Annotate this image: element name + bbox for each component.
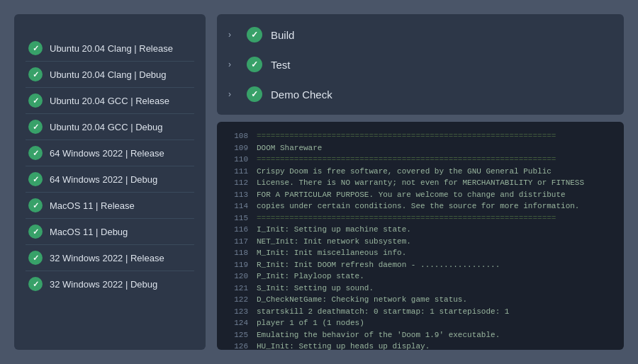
log-line: 117NET_Init: Init network subsystem. xyxy=(228,236,612,248)
log-line-text: ========================================… xyxy=(257,154,556,166)
log-line: 112License. There is NO warranty; not ev… xyxy=(228,177,612,189)
job-item-1[interactable]: Ubuntu 20.04 Clang | Release xyxy=(26,35,194,62)
log-line: 109 DOOM Shareware xyxy=(228,142,612,154)
log-line-text: player 1 of 1 (1 nodes) xyxy=(257,317,364,329)
job-label-10: 32 Windows 2022 | Debug xyxy=(50,279,157,290)
job-item-2[interactable]: Ubuntu 20.04 Clang | Debug xyxy=(26,62,194,88)
log-line-number: 113 xyxy=(228,189,248,201)
job-status-icon-1 xyxy=(28,41,43,55)
log-line-number: 117 xyxy=(228,236,248,248)
log-line-text: Crispy Doom is free software, covered by… xyxy=(257,166,552,178)
log-line-number: 121 xyxy=(228,283,248,295)
log-line-text: P_Init: Playloop state. xyxy=(257,271,364,283)
log-line-text: S_Init: Setting up sound. xyxy=(257,283,374,295)
log-line-text: M_Init: Init miscellaneous info. xyxy=(257,247,406,259)
job-item-9[interactable]: 32 Windows 2022 | Release xyxy=(26,245,194,271)
log-panel: 108=====================================… xyxy=(217,122,624,350)
log-line-text: HU_Init: Setting up heads up display. xyxy=(257,341,430,350)
log-line: 118M_Init: Init miscellaneous info. xyxy=(228,247,612,259)
log-line: 125Emulating the behavior of the 'Doom 1… xyxy=(228,329,612,341)
chevron-right-icon-3: › xyxy=(228,89,238,99)
job-status-icon-4 xyxy=(28,120,43,134)
log-line: 121S_Init: Setting up sound. xyxy=(228,283,612,295)
log-line-text: D_CheckNetGame: Checking network game st… xyxy=(257,294,467,306)
log-line-number: 110 xyxy=(228,154,248,166)
log-line-number: 124 xyxy=(228,317,248,329)
log-line-text: DOOM Shareware xyxy=(257,142,322,154)
job-status-icon-3 xyxy=(28,93,43,108)
build-label-1: Build xyxy=(271,29,294,41)
log-line-number: 108 xyxy=(228,130,248,142)
job-item-4[interactable]: Ubuntu 20.04 GCC | Debug xyxy=(26,114,194,140)
log-line: 110=====================================… xyxy=(228,154,612,166)
build-list: ›Build›Test›Demo Check xyxy=(217,20,624,109)
build-panel: ›Build›Test›Demo Check xyxy=(217,14,624,115)
job-item-8[interactable]: MacOS 11 | Debug xyxy=(26,219,194,245)
build-status-icon-3 xyxy=(247,86,262,102)
log-line-text: ========================================… xyxy=(257,130,556,142)
job-label-2: Ubuntu 20.04 Clang | Debug xyxy=(50,69,167,80)
job-label-6: 64 Windows 2022 | Debug xyxy=(50,174,157,185)
log-line-text: copies under certain conditions. See the… xyxy=(257,200,579,212)
job-label-7: MacOS 11 | Release xyxy=(50,200,135,211)
log-line-number: 115 xyxy=(228,212,248,224)
log-line: 116I_Init: Setting up machine state. xyxy=(228,224,612,236)
log-line-text: I_Init: Setting up machine state. xyxy=(257,224,411,236)
job-item-5[interactable]: 64 Windows 2022 | Release xyxy=(26,140,194,166)
log-line-number: 126 xyxy=(228,341,248,350)
log-line: 115=====================================… xyxy=(228,212,612,224)
log-line-number: 111 xyxy=(228,166,248,178)
log-line: 111Crispy Doom is free software, covered… xyxy=(228,166,612,178)
log-line-text: R_Init: Init DOOM refresh daemon - .....… xyxy=(257,259,500,271)
job-status-icon-10 xyxy=(28,277,43,291)
job-status-icon-5 xyxy=(28,146,43,160)
log-line-number: 109 xyxy=(228,142,248,154)
log-line: 120P_Init: Playloop state. xyxy=(228,271,612,283)
chevron-right-icon-2: › xyxy=(228,59,238,69)
job-item-10[interactable]: 32 Windows 2022 | Debug xyxy=(26,271,194,297)
log-line-text: Emulating the behavior of the 'Doom 1.9'… xyxy=(257,329,500,341)
chevron-right-icon-1: › xyxy=(228,30,238,40)
log-line-number: 116 xyxy=(228,224,248,236)
build-item-1[interactable]: ›Build xyxy=(217,20,624,50)
build-status-icon-2 xyxy=(247,57,262,72)
log-line: 114copies under certain conditions. See … xyxy=(228,200,612,212)
log-lines: 108=====================================… xyxy=(228,130,612,350)
build-status-icon-1 xyxy=(247,27,262,42)
job-label-5: 64 Windows 2022 | Release xyxy=(50,148,164,159)
log-line-number: 122 xyxy=(228,294,248,306)
log-line: 108=====================================… xyxy=(228,130,612,142)
log-line-text: License. There is NO warranty; not even … xyxy=(257,177,584,189)
jobs-list: Ubuntu 20.04 Clang | ReleaseUbuntu 20.04… xyxy=(26,35,194,297)
job-status-icon-2 xyxy=(28,67,43,81)
jobs-panel: Ubuntu 20.04 Clang | ReleaseUbuntu 20.04… xyxy=(14,14,206,350)
log-line: 126HU_Init: Setting up heads up display. xyxy=(228,341,612,350)
log-line-number: 114 xyxy=(228,200,248,212)
right-panel: ›Build›Test›Demo Check 108==============… xyxy=(217,14,624,350)
log-line-number: 125 xyxy=(228,329,248,341)
log-line: 124player 1 of 1 (1 nodes) xyxy=(228,317,612,329)
job-label-1: Ubuntu 20.04 Clang | Release xyxy=(50,43,173,54)
job-item-7[interactable]: MacOS 11 | Release xyxy=(26,193,194,219)
log-line-text: NET_Init: Init network subsystem. xyxy=(257,236,411,248)
log-line: 113FOR A PARTICULAR PURPOSE. You are wel… xyxy=(228,189,612,201)
log-line-text: ========================================… xyxy=(257,212,556,224)
job-status-icon-8 xyxy=(28,224,43,239)
job-item-3[interactable]: Ubuntu 20.04 GCC | Release xyxy=(26,88,194,114)
job-status-icon-9 xyxy=(28,251,43,265)
build-label-3: Demo Check xyxy=(271,89,332,101)
log-line: 123startskill 2 deathmatch: 0 startmap: … xyxy=(228,306,612,318)
log-line-number: 112 xyxy=(228,177,248,189)
job-status-icon-6 xyxy=(28,172,43,186)
log-line-number: 118 xyxy=(228,247,248,259)
log-line-text: FOR A PARTICULAR PURPOSE. You are welcom… xyxy=(257,189,566,201)
log-line: 122D_CheckNetGame: Checking network game… xyxy=(228,294,612,306)
build-item-3[interactable]: ›Demo Check xyxy=(217,79,624,109)
log-line: 119R_Init: Init DOOM refresh daemon - ..… xyxy=(228,259,612,271)
job-label-8: MacOS 11 | Debug xyxy=(50,227,128,237)
main-container: Ubuntu 20.04 Clang | ReleaseUbuntu 20.04… xyxy=(0,0,638,364)
job-label-9: 32 Windows 2022 | Release xyxy=(50,253,164,263)
build-item-2[interactable]: ›Test xyxy=(217,50,624,79)
job-item-6[interactable]: 64 Windows 2022 | Debug xyxy=(26,166,194,193)
job-label-3: Ubuntu 20.04 GCC | Release xyxy=(50,96,169,106)
